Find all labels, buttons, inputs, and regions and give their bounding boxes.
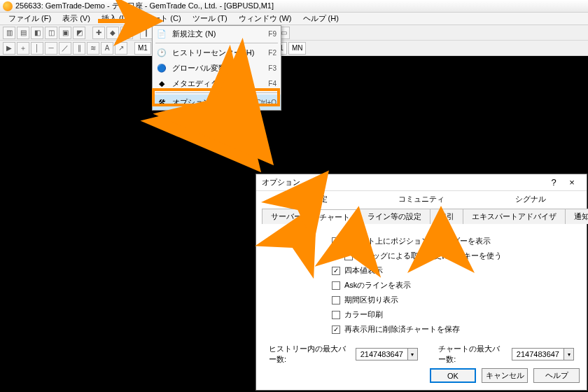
chevron-down-icon: ▾ — [564, 349, 573, 360]
menu-tools[interactable]: ツール (T) — [187, 12, 233, 25]
dd-sep-2 — [155, 92, 278, 93]
titlebar: 256633: GemTrade-Demo - デモ口座 - GemTrade … — [0, 0, 588, 13]
chk-keep-deleted[interactable] — [332, 326, 340, 334]
row-ohlc: 四本値表示 — [332, 263, 574, 278]
lbl-show-orders: チャート上にポジションとオーダーを表示 — [344, 236, 491, 246]
tb-profiles-icon[interactable]: ▤ — [17, 27, 29, 39]
tb-tester-icon[interactable]: ◩ — [73, 27, 85, 39]
lbl-ohlc: 四本値表示 — [344, 265, 383, 276]
chk-ask-line[interactable] — [332, 281, 340, 290]
globals-icon: 🔵 — [155, 62, 168, 74]
toolbars: ▥ ▤ ◧ ◫ ▣ ◩ ✚ ◆ ▶ ┃ ┇ ╱ ⊕ ⊖ ↦ ↤ ∿ ◔ ▭ ▶ … — [0, 25, 588, 56]
tab-trade[interactable]: 取引 — [430, 209, 463, 224]
dialog-tabs: 音声設定 コミュニティ シグナル サーバー チャート ライン等の設定 取引 エキ… — [256, 191, 587, 224]
dialog-title: オプション — [262, 177, 545, 188]
row-period-sep: 期間区切り表示 — [332, 293, 574, 307]
tb-trendline-icon[interactable]: ／ — [59, 42, 71, 55]
tabgroup-sound: 音声設定 — [276, 194, 349, 206]
tools-dropdown: 📄 新規注文 (N) F9 🕑 ヒストリーセンター (H) F2 🔵 グローバル… — [152, 25, 281, 111]
dd-global-vars-key: F3 — [262, 64, 276, 72]
chk-show-orders[interactable] — [332, 237, 340, 246]
tb-arrows-icon[interactable]: ↗ — [115, 42, 127, 55]
tb-market-watch-icon[interactable]: ◧ — [31, 27, 43, 39]
tb-autotrade-icon[interactable]: ▶ — [120, 27, 133, 39]
tab-chart[interactable]: チャート — [310, 209, 359, 225]
tb-hline-icon[interactable]: ─ — [45, 42, 57, 55]
dd-metaeditor-key: F4 — [262, 80, 276, 88]
lbl-period-sep: 期間区切り表示 — [344, 295, 398, 305]
menu-help[interactable]: ヘルプ (H) — [298, 12, 344, 25]
chk-color-print[interactable] — [332, 311, 340, 319]
metaeditor-icon: ◆ — [155, 77, 168, 90]
main-window: 256633: GemTrade-Demo - デモ口座 - GemTrade … — [0, 0, 588, 55]
lbl-keep-deleted: 再表示用に削除済チャートを保存 — [344, 324, 460, 335]
dd-history-key: F2 — [262, 49, 276, 57]
menu-chart[interactable]: チャート (C) — [132, 12, 186, 25]
dd-history-label: ヒストリーセンター (H) — [172, 48, 262, 58]
chk-drag-alt[interactable] — [344, 252, 353, 260]
tab-ea[interactable]: エキスパートアドバイザ — [463, 209, 566, 224]
row-drag-alt: ドラッグによる取引変更に'Alt' キーを使う — [344, 248, 574, 263]
history-icon: 🕑 — [155, 46, 168, 59]
tb-terminal-icon[interactable]: ▣ — [59, 27, 71, 39]
dialog-close-button[interactable]: × — [563, 177, 581, 188]
tf-mn[interactable]: MN — [288, 42, 307, 55]
dd-metaeditor[interactable]: ◆ メタエディター (E) F4 — [153, 76, 281, 91]
row-ask-line: Askのラインを表示 — [332, 278, 574, 293]
tb-text-icon[interactable]: A — [101, 42, 113, 55]
lbl-chart-bars: チャートの最大バー数: — [438, 344, 507, 365]
dd-sep — [155, 43, 278, 43]
lbl-color-print: カラー印刷 — [344, 309, 383, 320]
menu-window[interactable]: ウィンドウ (W) — [233, 12, 298, 25]
tb-navigator-icon[interactable]: ◫ — [45, 27, 57, 39]
tb-new-order-icon[interactable]: ✚ — [92, 27, 105, 39]
app-icon — [3, 1, 13, 11]
options-icon: 🛠 — [155, 96, 168, 108]
ok-button[interactable]: OK — [430, 368, 476, 383]
tb-metaeditor-icon[interactable]: ◆ — [106, 27, 119, 39]
dialog-help-button[interactable]: ? — [545, 177, 563, 188]
help-button[interactable]: ヘルプ — [533, 368, 580, 383]
toolbar-row-2: ▶ ＋ │ ─ ／ ∥ ≋ A ↗ M1 M5 M15 M30 H1 H4 D1… — [0, 41, 588, 56]
row-show-orders: チャート上にポジションとオーダーを表示 — [332, 234, 574, 248]
dialog-titlebar: オプション ? × — [256, 174, 587, 191]
dd-global-vars[interactable]: 🔵 グローバル変数 (V) F3 — [153, 60, 281, 76]
cancel-button[interactable]: キャンセル — [482, 368, 528, 383]
tab-line[interactable]: ライン等の設定 — [358, 209, 430, 224]
row-color-print: カラー印刷 — [332, 307, 574, 322]
combo-chart-bars[interactable]: 2147483647 ▾ — [512, 348, 574, 360]
dd-metaeditor-label: メタエディター (E) — [172, 78, 262, 89]
val-chart-bars: 2147483647 — [512, 350, 564, 358]
dd-options-key: Ctrl+O — [251, 99, 276, 106]
menu-file[interactable]: ファイル (F) — [3, 12, 57, 25]
dd-history[interactable]: 🕑 ヒストリーセンター (H) F2 — [153, 45, 281, 60]
dd-options[interactable]: 🛠 オプション (O) Ctrl+O — [153, 94, 281, 110]
tabgroup-signal: シグナル — [494, 194, 567, 206]
tb-channel-icon[interactable]: ∥ — [73, 42, 85, 55]
menu-view[interactable]: 表示 (V) — [57, 12, 96, 25]
tb-cursor-icon[interactable]: ▶ — [3, 42, 15, 55]
lbl-history-bars: ヒストリー内の最大バー数: — [269, 344, 351, 365]
dd-new-order-key: F9 — [262, 30, 276, 38]
lbl-drag-alt: ドラッグによる取引変更に'Alt' キーを使う — [357, 251, 502, 261]
tb-crosshair-icon[interactable]: ＋ — [17, 42, 29, 55]
lbl-ask-line: Askのラインを表示 — [344, 280, 411, 290]
tb-fibo-icon[interactable]: ≋ — [87, 42, 99, 55]
dialog-body: チャート上にポジションとオーダーを表示 ドラッグによる取引変更に'Alt' キー… — [256, 224, 587, 369]
tb-vline-icon[interactable]: │ — [31, 42, 43, 55]
menu-insert[interactable]: 挿入 (I) — [96, 12, 132, 25]
tf-m1[interactable]: M1 — [134, 42, 151, 55]
chk-period-sep[interactable] — [332, 296, 340, 304]
dd-options-label: オプション (O) — [172, 97, 251, 108]
dd-new-order-label: 新規注文 (N) — [172, 29, 262, 39]
tb-new-chart-icon[interactable]: ▥ — [3, 27, 15, 39]
tab-notify[interactable]: 通知機能 — [565, 209, 588, 224]
tab-server[interactable]: サーバー — [262, 209, 311, 224]
menubar: ファイル (F) 表示 (V) 挿入 (I) チャート (C) ツール (T) … — [0, 13, 588, 25]
chk-ohlc[interactable] — [332, 267, 340, 275]
dd-new-order[interactable]: 📄 新規注文 (N) F9 — [153, 26, 281, 41]
tb-bar-chart-icon[interactable]: ┃ — [140, 27, 153, 39]
options-dialog: オプション ? × 音声設定 コミュニティ シグナル サーバー チャート ライン… — [255, 174, 587, 391]
tabgroup-community: コミュニティ — [377, 194, 465, 206]
combo-history-bars[interactable]: 2147483647 ▾ — [356, 348, 418, 360]
